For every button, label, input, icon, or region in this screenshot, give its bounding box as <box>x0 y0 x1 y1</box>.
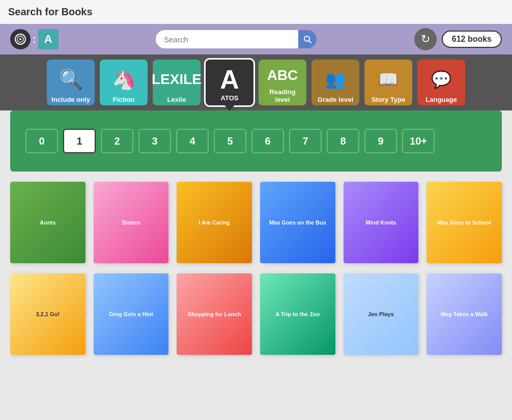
book-cover-max-school: Max Goes to School <box>426 182 502 263</box>
search-button[interactable] <box>298 30 317 48</box>
fiction-icon: 🦄 <box>112 64 136 95</box>
grade-btn-10+[interactable]: 10+ <box>402 129 435 153</box>
atos-icon: A <box>220 65 239 93</box>
book-meg[interactable]: Meg Takes a Walk <box>426 273 502 355</box>
filter-story[interactable]: 📖 Story Type <box>364 60 412 105</box>
filter-include-label: Include only <box>51 96 90 103</box>
refresh-button[interactable]: ↻ <box>414 28 437 50</box>
grade-btn-0[interactable]: 0 <box>25 129 58 153</box>
book-cover-trip: A Trip to the Zoo <box>260 273 335 355</box>
filter-include-only[interactable]: 🔍 Include only <box>47 60 95 105</box>
book-aunts[interactable]: Aunts <box>10 182 86 263</box>
grade-btn-6[interactable]: 6 <box>251 129 284 153</box>
book-mind[interactable]: Mind Knots <box>344 182 419 263</box>
logo-area: : A <box>10 29 59 49</box>
grade-btn-7[interactable]: 7 <box>289 129 322 153</box>
story-icon: 📖 <box>378 64 399 95</box>
filter-reading[interactable]: ABC Reading level <box>259 60 306 105</box>
grade-btn-5[interactable]: 5 <box>214 129 246 153</box>
book-cover-greg: Greg Gets a Hint <box>94 273 169 355</box>
filter-language[interactable]: 💬 Language <box>417 60 465 105</box>
book-jen[interactable]: Jen Plays <box>344 273 419 355</box>
book-cover-max-bus: Max Goes on the Bus <box>260 182 335 263</box>
filter-reading-label: Reading level <box>262 88 303 103</box>
book-greg[interactable]: Greg Gets a Hint <box>94 273 169 355</box>
book-shopping[interactable]: Shopping for Lunch <box>177 273 252 355</box>
book-max-bus[interactable]: Max Goes on the Bus <box>260 182 335 263</box>
svg-point-2 <box>19 38 21 40</box>
filter-bar: 🔍 Include only 🦄 Fiction LEXILE Lexile A… <box>0 54 512 110</box>
atos-dropdown: 012345678910+ <box>10 110 502 172</box>
filter-grade[interactable]: 👥 Grade level <box>311 60 359 105</box>
atos-triangle <box>223 104 236 111</box>
grade-btn-8[interactable]: 8 <box>327 129 359 153</box>
book-cover-shopping: Shopping for Lunch <box>177 273 252 355</box>
book-cover-sisters: Sisters <box>94 182 169 263</box>
reading-icon: ABC <box>267 64 298 87</box>
books-count: 612 books <box>442 31 502 48</box>
book-max-school[interactable]: Max Goes to School <box>426 182 502 263</box>
grade-btn-2[interactable]: 2 <box>101 129 133 153</box>
filter-fiction-label: Fiction <box>113 96 135 103</box>
filter-lexile-label: Lexile <box>167 96 186 103</box>
separator: : <box>33 34 36 45</box>
page-title: Search for Books <box>0 0 512 24</box>
book-caring[interactable]: I Am Caring <box>177 182 252 263</box>
grade-btn-1[interactable]: 1 <box>63 129 96 153</box>
book-cover-321: 3,2,1 Go! <box>10 273 86 355</box>
svg-line-4 <box>309 41 311 43</box>
books-grid-row1: AuntsSistersI Am CaringMax Goes on the B… <box>0 172 512 273</box>
filter-lexile[interactable]: LEXILE Lexile <box>153 60 201 105</box>
filter-atos-label: ATOS <box>221 94 239 102</box>
filter-atos[interactable]: A ATOS <box>206 60 253 105</box>
book-cover-meg: Meg Takes a Walk <box>426 273 502 355</box>
header-bar: : A ↻ 612 books <box>0 24 512 54</box>
grade-btn-3[interactable]: 3 <box>138 129 171 153</box>
books-grid-row2: 3,2,1 Go!Greg Gets a HintShopping for Lu… <box>0 273 512 365</box>
book-cover-jen: Jen Plays <box>344 273 419 355</box>
ar-logo <box>10 29 31 49</box>
book-trip[interactable]: A Trip to the Zoo <box>260 273 335 355</box>
book-sisters[interactable]: Sisters <box>94 182 169 263</box>
filter-fiction[interactable]: 🦄 Fiction <box>100 60 148 105</box>
grade-btn-4[interactable]: 4 <box>176 129 209 153</box>
lexile-icon: LEXILE <box>152 64 202 95</box>
book-321[interactable]: 3,2,1 Go! <box>10 273 86 355</box>
filter-grade-label: Grade level <box>318 96 353 103</box>
a-logo: A <box>38 29 59 49</box>
book-cover-mind: Mind Knots <box>344 182 419 263</box>
search-wrapper <box>64 30 409 48</box>
language-icon: 💬 <box>431 64 451 95</box>
include-icon: 🔍 <box>59 64 83 95</box>
grade-btn-9[interactable]: 9 <box>364 129 397 153</box>
book-cover-caring: I Am Caring <box>177 182 252 263</box>
grade-icon: 👥 <box>325 64 346 95</box>
book-cover-aunts: Aunts <box>10 182 86 263</box>
search-input[interactable] <box>156 30 298 48</box>
filter-story-label: Story Type <box>372 96 405 103</box>
filter-language-label: Language <box>425 96 457 103</box>
